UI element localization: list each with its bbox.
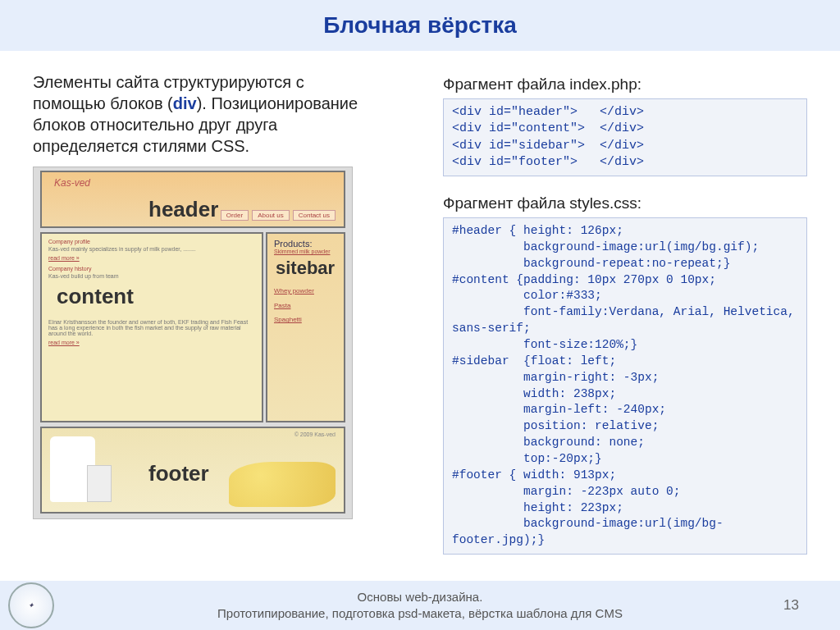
footer-text: Основы web-дизайна. Прототипирование, по… <box>217 589 623 623</box>
keyword-div: div <box>173 94 197 112</box>
mock-section-sub: Kas-ved build up from team <box>48 273 255 279</box>
slide-body: Элементы сайта структурируются с помощью… <box>0 51 840 579</box>
mock-product-item: Skimmed milk powder <box>267 249 344 254</box>
mock-sidebar-label: sitebar <box>276 258 344 279</box>
mock-read-more: read more » <box>48 340 80 345</box>
mock-section-text: Kas-ved mainly specializes in supply of … <box>48 246 255 252</box>
mock-product-item: Whey powder <box>274 284 337 299</box>
left-column: Элементы сайта структурируются с помощью… <box>33 71 369 579</box>
slide-footer: ✦ Основы web-дизайна. Прототипирование, … <box>0 581 840 630</box>
mock-nav-item: Contact us <box>293 210 336 221</box>
mock-content-block: Company profile Kas-ved mainly specializ… <box>40 232 263 422</box>
mock-nav: Order About us Contact us <box>221 210 336 221</box>
mock-footer-label: footer <box>148 461 209 486</box>
mock-section-title: Company history <box>48 266 255 272</box>
university-crest-icon: ✦ <box>8 582 54 628</box>
layout-mockup: Kas-ved header Order About us Contact us… <box>33 167 353 519</box>
mock-copyright: © 2009 Kas-ved <box>294 431 336 437</box>
mock-sidebar-block: Products: Skimmed milk powder sitebar Wh… <box>266 232 345 422</box>
mock-header-block: Kas-ved header Order About us Contact us <box>40 171 345 228</box>
mock-read-more: read more » <box>48 255 80 261</box>
mock-logo: Kas-ved <box>54 177 90 189</box>
code-caption-php: Фрагмент файла index.php: <box>443 75 807 94</box>
slide-title: Блочная вёрстка <box>323 12 517 39</box>
code-block-php: <div id="header"> </div> <div id="conten… <box>443 98 807 176</box>
code-block-css: #header { height: 126px; background-imag… <box>443 217 807 555</box>
mock-products-title: Products: <box>267 234 344 249</box>
mock-product-item: Pasta <box>274 299 337 313</box>
mock-nav-item: About us <box>252 210 290 221</box>
mock-section-title: Company profile <box>48 239 255 244</box>
mock-section-text: Einar Kristhansson the founder and owner… <box>48 319 255 336</box>
mock-header-label: header <box>148 197 218 222</box>
mock-content-label: content <box>57 284 262 309</box>
slide-title-bar: Блочная вёрстка <box>0 0 840 51</box>
pasta-icon <box>229 462 336 507</box>
mock-product-item: Spaghetti <box>274 313 337 327</box>
right-column: Фрагмент файла index.php: <div id="heade… <box>369 71 807 579</box>
mock-footer-block: footer © 2009 Kas-ved <box>40 427 345 514</box>
mock-nav-item: Order <box>221 210 249 221</box>
intro-paragraph: Элементы сайта структурируются с помощью… <box>33 71 369 157</box>
milk-glass-icon <box>87 465 112 502</box>
code-caption-css: Фрагмент файла styles.css: <box>443 194 807 212</box>
page-number: 13 <box>783 597 799 614</box>
